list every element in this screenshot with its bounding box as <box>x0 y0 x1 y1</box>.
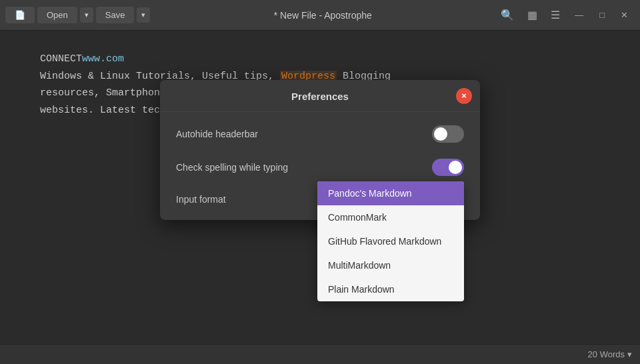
dropdown-item-multi[interactable]: MultiMarkdown <box>317 253 464 277</box>
word-count-chevron: ▾ <box>627 349 632 359</box>
dropdown-item-github[interactable]: GitHub Flavored Markdown <box>317 229 464 253</box>
dropdown-item-pandoc[interactable]: Pandoc's Markdown <box>317 181 464 205</box>
word-count[interactable]: 20 Words ▾ <box>588 349 632 359</box>
dropdown-item-commonmark[interactable]: CommonMark <box>317 205 464 229</box>
preferences-close-button[interactable]: × <box>456 88 472 104</box>
dropdown-item-plain[interactable]: Plain Markdown <box>317 277 464 301</box>
autohide-toggle[interactable] <box>432 125 464 143</box>
format-dropdown: Pandoc's Markdown CommonMark GitHub Flav… <box>317 181 464 301</box>
spell-check-toggle[interactable] <box>432 159 464 176</box>
autohide-row: Autohide headerbar <box>160 117 480 151</box>
statusbar: 20 Words ▾ <box>0 344 640 364</box>
autohide-label: Autohide headerbar <box>176 129 258 139</box>
word-count-text: 20 Words <box>588 349 625 359</box>
preferences-title: Preferences <box>291 91 349 102</box>
spell-check-label: Check spelling while typing <box>176 162 288 173</box>
spell-check-row: Check spelling while typing <box>160 151 480 184</box>
preferences-header: Preferences × <box>160 80 480 112</box>
